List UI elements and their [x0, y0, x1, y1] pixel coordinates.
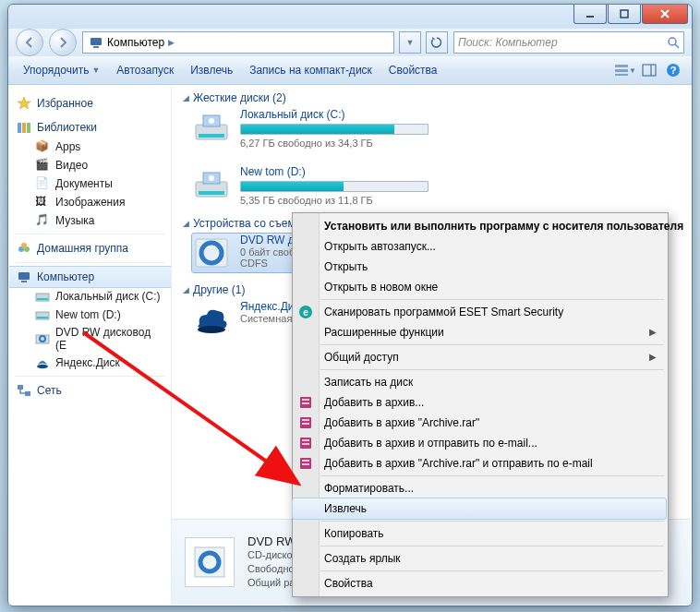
context-menu-item[interactable]: Записать на диск	[293, 372, 666, 392]
star-icon	[17, 96, 31, 111]
sidebar-item-library[interactable]: 📦Apps	[9, 138, 171, 156]
svg-rect-0	[586, 16, 594, 18]
context-menu-item[interactable]: Форматировать...	[293, 478, 666, 498]
hdd-icon	[192, 108, 231, 147]
svg-rect-35	[199, 191, 224, 195]
computer-icon	[89, 35, 103, 50]
svg-point-4	[669, 38, 676, 45]
preview-pane-button[interactable]	[638, 60, 660, 80]
network-group[interactable]: Сеть	[9, 380, 171, 401]
svg-rect-52	[302, 439, 309, 441]
context-menu-item[interactable]: eСканировать программой ESET Smart Secur…	[293, 302, 666, 322]
details-icon	[185, 537, 235, 587]
disc-drive-icon	[192, 234, 231, 272]
nav-pane: Избранное Библиотеки 📦Apps🎬Видео📄Докумен…	[9, 86, 172, 605]
sidebar-item-library[interactable]: 🎬Видео	[9, 156, 171, 174]
svg-rect-6	[615, 65, 628, 67]
context-menu-item[interactable]: Свойства	[293, 573, 666, 594]
svg-rect-47	[302, 402, 309, 404]
refresh-button[interactable]	[426, 31, 448, 54]
svg-point-18	[21, 243, 27, 248]
sidebar-item-library[interactable]: 🎵Музыка	[9, 211, 171, 230]
menu-separator	[320, 546, 664, 546]
sidebar-item-drive[interactable]: Локальный диск (C:)	[9, 287, 171, 306]
svg-rect-14	[22, 123, 26, 133]
address-bar[interactable]: Компьютер ▶	[82, 31, 394, 54]
sidebar-item-label: DVD RW дисковод (E	[55, 326, 163, 352]
drive-subtext: 6,27 ГБ свободно из 34,3 ГБ	[240, 138, 428, 149]
context-menu-item[interactable]: Копировать	[293, 523, 666, 544]
context-menu-item[interactable]: Расширенные функции▶	[293, 322, 666, 342]
context-menu-item[interactable]: Общий доступ▶	[293, 347, 666, 367]
forward-button[interactable]	[49, 29, 77, 56]
titlebar	[8, 5, 692, 29]
search-icon	[667, 36, 680, 49]
rar-icon	[298, 395, 313, 410]
libraries-group[interactable]: Библиотеки	[9, 117, 171, 138]
context-menu-item[interactable]: Создать ярлык	[293, 548, 666, 569]
chevron-right-icon: ▶	[649, 327, 657, 337]
context-menu-item[interactable]: Открыть в новом окне	[293, 277, 666, 297]
drive-tile[interactable]: New tom (D:)5,35 ГБ свободно из 11,8 ГБ	[192, 165, 428, 206]
context-menu-item[interactable]: Открыть автозапуск...	[293, 236, 666, 257]
eset-icon: e	[298, 305, 313, 319]
context-menu-item[interactable]: Извлечь	[293, 498, 666, 519]
hdd-icon	[192, 165, 231, 204]
properties-button[interactable]: Свойства	[381, 60, 445, 80]
svg-rect-8	[615, 74, 628, 76]
svg-rect-46	[302, 399, 309, 401]
close-button[interactable]	[642, 5, 688, 24]
rar-icon	[298, 456, 313, 471]
computer-icon	[17, 270, 31, 284]
drive-name: New tom (D:)	[240, 165, 428, 178]
svg-text:?: ?	[670, 65, 677, 76]
folder-icon: 📦	[35, 139, 50, 154]
organize-button[interactable]: Упорядочить ▼	[16, 60, 107, 80]
menu-separator	[320, 475, 664, 476]
drive-name: Локальный диск (C:)	[240, 108, 428, 121]
svg-rect-55	[302, 460, 309, 462]
context-menu: Установить или выполнить программу с нос…	[292, 212, 669, 597]
breadcrumb-root[interactable]: Компьютер ▶	[83, 32, 180, 53]
minimize-button[interactable]	[573, 5, 607, 24]
svg-rect-1	[621, 10, 628, 18]
view-mode-button[interactable]: ▼	[614, 60, 636, 80]
folder-icon: 🖼	[35, 195, 50, 210]
group-hdd[interactable]: ◢Жесткие диски (2)	[183, 91, 680, 104]
context-menu-item[interactable]: Открыть	[293, 257, 666, 277]
sidebar-item-label: Видео	[55, 159, 88, 172]
context-menu-item[interactable]: Добавить в архив "Archive.rar" и отправи…	[293, 453, 666, 474]
svg-rect-53	[302, 443, 309, 445]
favorites-group[interactable]: Избранное	[9, 93, 171, 114]
capacity-bar	[240, 124, 428, 135]
svg-point-33	[209, 118, 214, 124]
context-menu-item[interactable]: Добавить в архив и отправить по e-mail..…	[293, 433, 666, 453]
back-button[interactable]	[16, 29, 43, 56]
sidebar-item-drive[interactable]: Яндекс.Диск	[9, 354, 171, 372]
rar-icon	[298, 436, 313, 450]
cloud-icon	[192, 300, 231, 339]
sidebar-item-label: Apps	[55, 140, 80, 153]
homegroup[interactable]: Домашняя группа	[9, 238, 171, 258]
computer-group[interactable]: Компьютер	[9, 267, 171, 287]
autoplay-button[interactable]: Автозапуск	[109, 60, 181, 80]
sidebar-item-drive[interactable]: New tom (D:)	[9, 306, 171, 324]
maximize-button[interactable]	[608, 5, 641, 24]
folder-icon: 📄	[35, 176, 50, 191]
context-menu-item[interactable]: Добавить в архив "Archive.rar"	[293, 413, 666, 433]
search-input[interactable]: Поиск: Компьютер	[453, 31, 684, 54]
eject-button[interactable]: Извлечь	[183, 60, 240, 80]
sidebar-item-label: Документы	[55, 177, 113, 190]
burn-button[interactable]: Запись на компакт-диск	[242, 60, 380, 80]
help-button[interactable]: ?	[662, 60, 684, 80]
svg-rect-13	[18, 123, 21, 133]
sidebar-item-library[interactable]: 📄Документы	[9, 174, 171, 193]
menu-separator	[320, 570, 664, 571]
address-dropdown[interactable]: ▼	[399, 31, 421, 54]
context-menu-item[interactable]: Установить или выполнить программу с нос…	[293, 216, 666, 236]
sidebar-item-drive[interactable]: DVD RW дисковод (E	[9, 324, 171, 354]
svg-line-5	[675, 44, 679, 48]
drive-tile[interactable]: Локальный диск (C:)6,27 ГБ свободно из 3…	[192, 108, 428, 149]
sidebar-item-library[interactable]: 🖼Изображения	[9, 193, 171, 211]
context-menu-item[interactable]: Добавить в архив...	[293, 392, 666, 413]
